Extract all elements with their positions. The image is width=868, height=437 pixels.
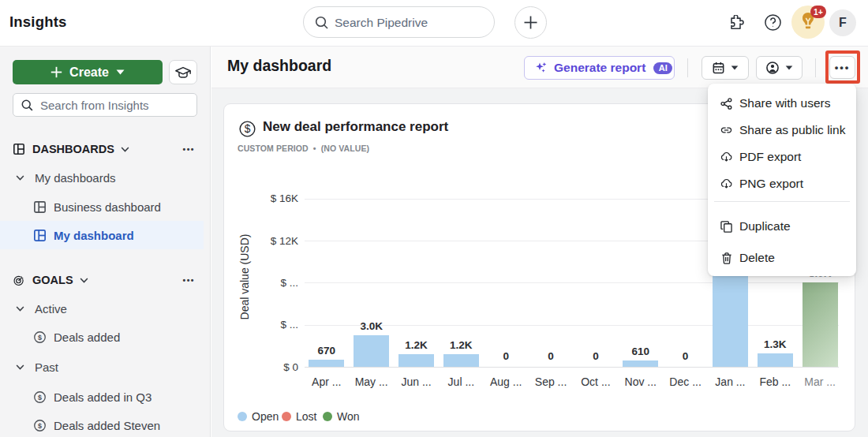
svg-text:$: $ [38,393,42,401]
svg-text:$: $ [38,333,42,341]
svg-text:$: $ [38,421,42,429]
